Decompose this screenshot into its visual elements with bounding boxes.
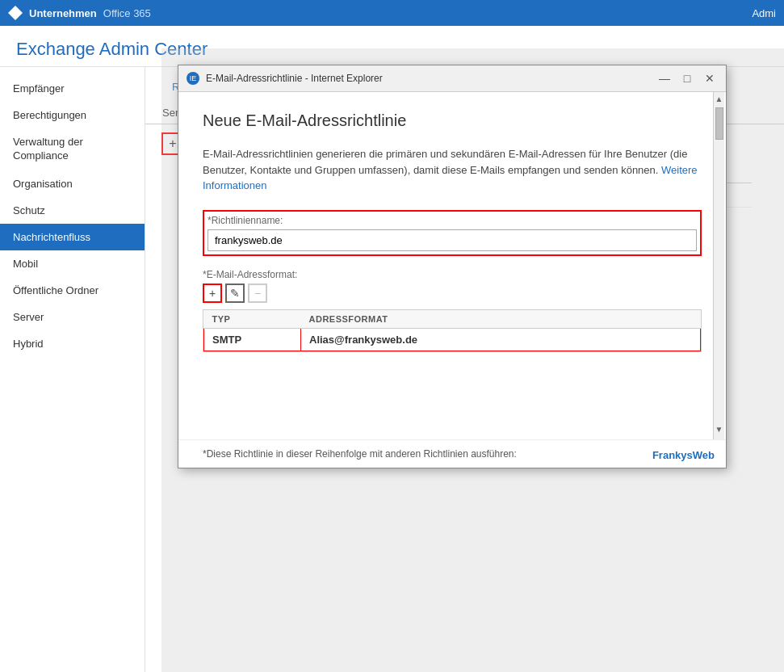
dialog-footer: *Diese Richtlinie in dieser Reihenfolge … bbox=[178, 439, 726, 468]
col-format: ADRESSFORMAT bbox=[301, 310, 701, 329]
sidebar-item-hybrid[interactable]: Hybrid bbox=[0, 330, 145, 357]
sidebar-item-nachrichtenfluss[interactable]: Nachrichtenfluss bbox=[0, 224, 145, 250]
sidebar-item-server[interactable]: Server bbox=[0, 304, 145, 330]
dialog-heading: Neue E-Mail-Adressrichtlinie bbox=[203, 111, 702, 130]
dialog-description: E-Mail-Adressrichtlinien generieren die … bbox=[203, 146, 702, 194]
sidebar-item-schutz[interactable]: Schutz bbox=[0, 197, 145, 224]
policy-name-label: *Richtlinienname: bbox=[208, 215, 697, 226]
sidebar-item-organisation[interactable]: Organisation bbox=[0, 170, 145, 197]
email-format-label: *E-Mail-Adressformat: bbox=[203, 269, 702, 280]
main-content: Regeln Zustellberichte Akzeptierte Domän… bbox=[145, 67, 784, 672]
sidebar: Empfänger Berechtigungen Verwaltung der … bbox=[0, 67, 145, 672]
scrollbar-thumb[interactable] bbox=[715, 107, 723, 140]
dialog-body: ▲ ▼ Neue E-Mail-Adressrichtlinie E-Mail-… bbox=[178, 92, 726, 439]
dialog-window: IE E-Mail-Adressrichtlinie - Internet Ex… bbox=[178, 67, 727, 468]
cell-type: SMTP bbox=[204, 328, 301, 351]
sidebar-item-oeffentliche-ordner[interactable]: Öffentliche Ordner bbox=[0, 277, 145, 304]
sidebar-item-empfaenger[interactable]: Empfänger bbox=[0, 75, 145, 102]
scrollbar-up-arrow[interactable]: ▲ bbox=[713, 92, 726, 106]
sidebar-item-verwaltung[interactable]: Verwaltung der Compliance bbox=[0, 128, 145, 170]
dialog-title-text: E-Mail-Adressrichtlinie - Internet Explo… bbox=[206, 73, 650, 84]
dialog-maximize-button[interactable]: □ bbox=[679, 70, 695, 86]
scrollbar-down-arrow[interactable]: ▼ bbox=[713, 422, 726, 436]
cell-format: Alias@frankysweb.de bbox=[301, 328, 701, 351]
col-type: TYP bbox=[204, 310, 301, 329]
main-content-area: Regeln Zustellberichte Akzeptierte Domän… bbox=[145, 67, 784, 672]
main-layout: Empfänger Berechtigungen Verwaltung der … bbox=[0, 67, 784, 672]
product-label: Office 365 bbox=[103, 7, 151, 19]
dialog-titlebar: IE E-Mail-Adressrichtlinie - Internet Ex… bbox=[178, 67, 726, 92]
topbar: Unternehmen Office 365 Admi bbox=[0, 0, 784, 26]
email-format-table-wrapper: TYP ADRESSFORMAT SMTP Alias@frankysweb.d… bbox=[203, 309, 702, 352]
dialog-icon: IE bbox=[187, 72, 199, 85]
sidebar-item-berechtigungen[interactable]: Berechtigungen bbox=[0, 102, 145, 128]
windows-logo-icon bbox=[8, 6, 23, 20]
dialog-overlay: IE E-Mail-Adressrichtlinie - Internet Ex… bbox=[161, 67, 784, 672]
policy-name-input[interactable] bbox=[208, 229, 697, 251]
dialog-close-button[interactable]: ✕ bbox=[702, 70, 718, 86]
inner-table-row[interactable]: SMTP Alias@frankysweb.de bbox=[204, 328, 701, 351]
watermark: FrankysWeb bbox=[652, 449, 715, 461]
email-remove-button[interactable]: − bbox=[248, 284, 267, 303]
email-edit-button[interactable]: ✎ bbox=[225, 284, 245, 303]
admin-label: Admi bbox=[752, 7, 776, 19]
policy-name-field-wrapper: *Richtlinienname: bbox=[203, 210, 702, 256]
dialog-scrollbar[interactable]: ▲ ▼ bbox=[713, 92, 724, 439]
email-add-button[interactable]: + bbox=[203, 284, 222, 303]
company-label: Unternehmen bbox=[29, 7, 97, 19]
topbar-left: Unternehmen Office 365 bbox=[8, 6, 151, 20]
email-format-toolbar: + ✎ − bbox=[203, 284, 702, 303]
dialog-minimize-button[interactable]: — bbox=[656, 70, 673, 86]
dialog-controls: — □ ✕ bbox=[656, 70, 718, 86]
sidebar-item-mobil[interactable]: Mobil bbox=[0, 250, 145, 277]
email-format-table: TYP ADRESSFORMAT SMTP Alias@frankysweb.d… bbox=[203, 310, 701, 351]
